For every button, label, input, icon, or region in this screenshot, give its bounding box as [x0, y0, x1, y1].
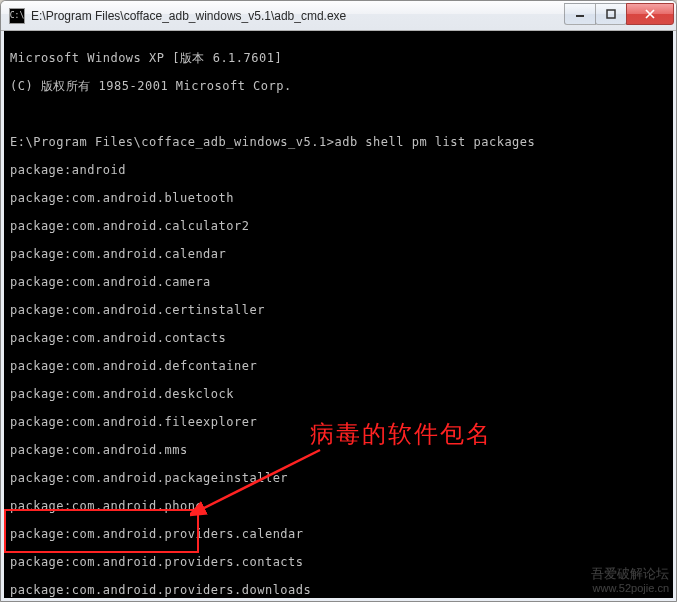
- window-title: E:\Program Files\cofface_adb_windows_v5.…: [31, 9, 559, 23]
- window-controls: [565, 3, 674, 25]
- package-line: package:com.android.contacts: [10, 331, 667, 345]
- console-window: C:\ E:\Program Files\cofface_adb_windows…: [0, 0, 677, 602]
- package-line: package:com.android.deskclock: [10, 387, 667, 401]
- console-output[interactable]: Microsoft Windows XP [版本 6.1.7601] (C) 版…: [1, 31, 676, 601]
- package-line: package:com.android.packageinstaller: [10, 471, 667, 485]
- package-line: package:android: [10, 163, 667, 177]
- package-line: package:com.android.camera: [10, 275, 667, 289]
- minimize-button[interactable]: [564, 3, 596, 25]
- package-line: package:com.android.providers.contacts: [10, 555, 667, 569]
- package-line: package:com.android.bluetooth: [10, 191, 667, 205]
- maximize-button[interactable]: [595, 3, 627, 25]
- package-line: package:com.android.providers.calendar: [10, 527, 667, 541]
- console-command-line: E:\Program Files\cofface_adb_windows_v5.…: [10, 135, 667, 149]
- console-blank: [10, 107, 667, 121]
- package-line: package:com.android.mms: [10, 443, 667, 457]
- svg-rect-0: [576, 15, 584, 17]
- console-line: (C) 版权所有 1985-2001 Microsoft Corp.: [10, 79, 667, 93]
- close-button[interactable]: [626, 3, 674, 25]
- package-line: package:com.android.phone: [10, 499, 667, 513]
- package-line: package:com.android.calendar: [10, 247, 667, 261]
- titlebar[interactable]: C:\ E:\Program Files\cofface_adb_windows…: [1, 1, 676, 31]
- package-line: package:com.android.calculator2: [10, 219, 667, 233]
- package-line: package:com.android.defcontainer: [10, 359, 667, 373]
- cmd-icon: C:\: [9, 8, 25, 24]
- console-line: Microsoft Windows XP [版本 6.1.7601]: [10, 51, 667, 65]
- package-line: package:com.android.certinstaller: [10, 303, 667, 317]
- svg-rect-1: [607, 10, 615, 18]
- package-line: package:com.android.providers.downloads: [10, 583, 667, 597]
- package-line: package:com.android.fileexplorer: [10, 415, 667, 429]
